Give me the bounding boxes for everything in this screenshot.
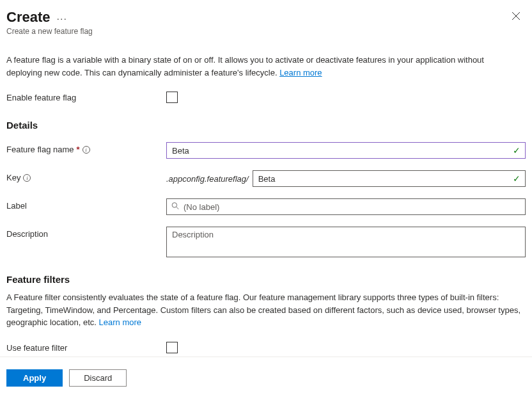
key-prefix: .appconfig.featureflag/	[166, 174, 249, 184]
filters-learn-more-link[interactable]: Learn more	[99, 317, 141, 327]
info-icon[interactable]: i	[82, 146, 90, 154]
intro-text: A feature flag is a variable with a bina…	[6, 54, 518, 79]
feature-name-input[interactable]	[166, 142, 526, 159]
more-icon[interactable]: ···	[56, 10, 66, 24]
enable-flag-label: Enable feature flag	[6, 90, 166, 102]
filters-heading: Feature filters	[6, 274, 526, 285]
description-input[interactable]	[166, 227, 526, 257]
label-field-label: Label	[6, 198, 166, 211]
discard-button[interactable]: Discard	[69, 369, 127, 387]
info-icon[interactable]: i	[23, 174, 31, 182]
enable-flag-checkbox[interactable]	[166, 92, 178, 103]
details-heading: Details	[6, 120, 526, 131]
footer-divider	[0, 357, 532, 357]
learn-more-link[interactable]: Learn more	[279, 68, 322, 77]
close-icon[interactable]	[506, 9, 526, 25]
filters-description: A Feature filter consistently evaluates …	[6, 291, 526, 329]
page-subtitle: Create a new feature flag	[6, 27, 526, 36]
apply-button[interactable]: Apply	[6, 369, 63, 387]
use-filter-checkbox[interactable]	[166, 342, 178, 353]
key-input[interactable]	[253, 170, 526, 187]
description-label: Description	[6, 227, 166, 239]
use-filter-label: Use feature filter	[6, 341, 166, 353]
key-label: Key i	[6, 170, 166, 182]
label-input[interactable]	[166, 198, 526, 215]
feature-name-label: Feature flag name * i	[6, 142, 166, 154]
page-title: Create	[6, 9, 50, 26]
